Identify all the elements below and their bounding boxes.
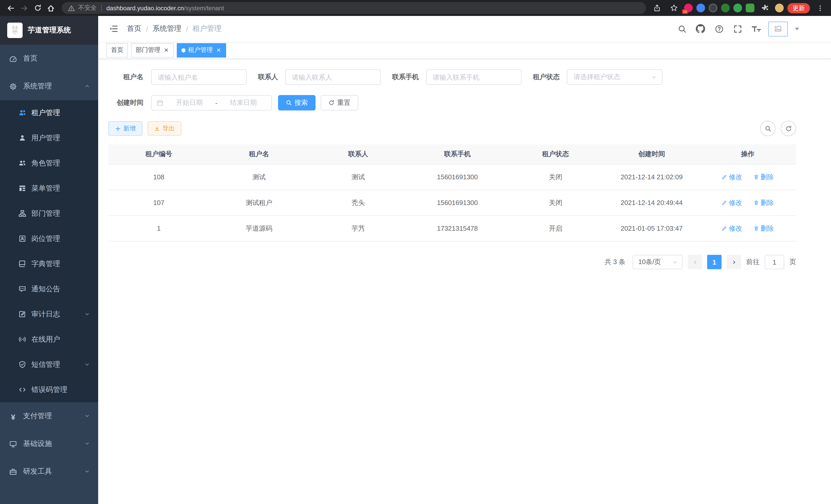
add-button[interactable]: 新增 [109,121,142,136]
breadcrumb-separator: / [186,25,188,33]
user-icon [19,134,26,142]
browser-back-icon[interactable] [4,1,18,14]
edit-link[interactable]: 修改 [721,224,742,233]
contact-label: 联系人 [258,72,278,82]
page-size-select[interactable]: 10条/页 [633,255,683,269]
pagination: 共 3 条 10条/页 1 前往 [109,255,796,269]
close-icon[interactable] [215,47,222,53]
tenant-name-input[interactable] [151,69,247,85]
browser-menu-icon[interactable] [813,1,827,14]
search-button[interactable]: 搜索 [278,95,316,111]
tab-home[interactable]: 首页 [106,43,128,57]
close-icon[interactable] [163,47,169,53]
cell-actions: 修改 删除 [699,164,796,190]
browser-forward-icon[interactable] [18,1,31,14]
next-page-button[interactable] [727,255,741,269]
sidebar-item-home[interactable]: 首页 [0,45,98,72]
sidebar-item-notice[interactable]: 通知公告 [0,276,98,302]
extension-icon-5[interactable] [733,4,742,12]
browser-refresh-icon[interactable] [31,1,44,14]
filter-create-time: 创建时间 开始日期 - 结束日期 [109,95,272,111]
browser-home-icon[interactable] [44,1,58,14]
delete-link[interactable]: 删除 [753,224,774,233]
cell-status: 开启 [507,215,604,241]
edit-link[interactable]: 修改 [721,198,742,207]
sidebar-item-devtools[interactable]: 研发工具 [0,458,98,485]
cell-tenant-name: 测试租户 [209,190,309,215]
filter-contact: 联系人 [258,69,381,85]
tab-dept[interactable]: 部门管理 [131,43,174,57]
font-size-icon[interactable] [750,23,762,35]
address-bar[interactable]: 不安全 dashboard.yudao.iocoder.cn /system/t… [62,2,646,14]
bookmark-star-icon[interactable] [667,1,681,14]
sidebar-item-online-user[interactable]: 在线用户 [0,327,98,352]
breadcrumb-home[interactable]: 首页 [127,24,141,33]
help-icon[interactable] [713,23,725,35]
extension-icon-4[interactable] [721,4,730,12]
app-logo[interactable]: 芋道管理系统 [0,16,98,45]
main-area: 首页 / 系统管理 / 租户管理 [98,16,831,504]
contact-input[interactable] [285,69,381,85]
chevron-down-icon [84,468,90,476]
phone-input[interactable] [426,69,522,85]
chevron-up-icon [84,82,90,90]
extension-icon-6[interactable] [746,4,754,12]
profile-avatar[interactable] [775,4,784,12]
delete-link[interactable]: 删除 [753,172,774,182]
sidebar-item-post[interactable]: 岗位管理 [0,226,98,251]
table-row: 108 测试 测试 15601691300 关闭 2021-12-14 21:0… [109,164,796,190]
chevron-left-icon [692,259,698,265]
sidebar-item-label: 岗位管理 [31,234,60,243]
sidebar-toggle-icon[interactable] [105,21,122,37]
download-icon [154,126,160,131]
sidebar-item-label: 角色管理 [31,158,60,168]
share-icon[interactable] [650,1,663,14]
date-range-picker[interactable]: 开始日期 - 结束日期 [151,95,272,111]
sidebar-item-sms[interactable]: 短信管理 [0,352,98,377]
status-select[interactable]: 请选择租户状态 [567,69,662,85]
update-button[interactable]: 更新 [787,3,810,13]
sidebar-item-infrastructure[interactable]: 基础设施 [0,430,98,458]
tenant-icon [19,109,26,117]
goto-page-input[interactable] [765,255,784,269]
toggle-search-button[interactable] [760,121,775,136]
active-tab-dot [181,48,185,52]
sidebar-item-system[interactable]: 系统管理 [0,72,98,100]
sidebar-item-error-code[interactable]: 错误码管理 [0,377,98,402]
chevron-down-icon [84,360,90,368]
sidebar-item-user[interactable]: 用户管理 [0,125,98,151]
sidebar-item-dict[interactable]: 字典管理 [0,251,98,276]
github-icon[interactable] [694,23,707,35]
sidebar-item-payment[interactable]: ¥ 支付管理 [0,402,98,430]
user-avatar[interactable] [768,21,788,36]
edit-link[interactable]: 修改 [721,172,742,182]
plus-icon [115,126,121,131]
delete-link[interactable]: 删除 [753,198,774,207]
prev-page-button[interactable] [688,255,702,269]
refresh-table-button[interactable] [781,121,796,136]
breadcrumb-system[interactable]: 系统管理 [153,24,181,33]
extension-icon-2[interactable] [696,4,705,12]
dropdown-caret-icon[interactable] [795,28,799,30]
goto-label: 前往 [746,258,760,267]
header-search-icon[interactable] [676,23,688,35]
sidebar-item-label: 审计日志 [31,309,60,319]
export-button[interactable]: 导出 [147,121,181,136]
cell-status: 关闭 [507,164,604,190]
sidebar-item-role[interactable]: 角色管理 [0,151,98,176]
sidebar-item-label: 通知公告 [31,285,60,294]
tab-tenant[interactable]: 租户管理 [177,43,226,57]
extension-icon-3[interactable] [709,4,717,12]
add-button-label: 新增 [123,124,136,133]
reset-button[interactable]: 重置 [321,95,358,111]
sidebar-item-dept[interactable]: 部门管理 [0,201,98,226]
filter-tenant-name: 租户名 [109,69,247,85]
cell-tenant-id: 107 [109,190,209,215]
extensions-puzzle-icon[interactable] [758,1,771,14]
page-number-button[interactable]: 1 [707,255,721,269]
sidebar-item-tenant[interactable]: 租户管理 [0,100,98,125]
sidebar-item-audit-log[interactable]: 审计日志 [0,302,98,327]
extension-icon-1[interactable]: 10 [684,4,693,12]
sidebar-item-menu[interactable]: 菜单管理 [0,176,98,201]
fullscreen-icon[interactable] [731,23,744,35]
